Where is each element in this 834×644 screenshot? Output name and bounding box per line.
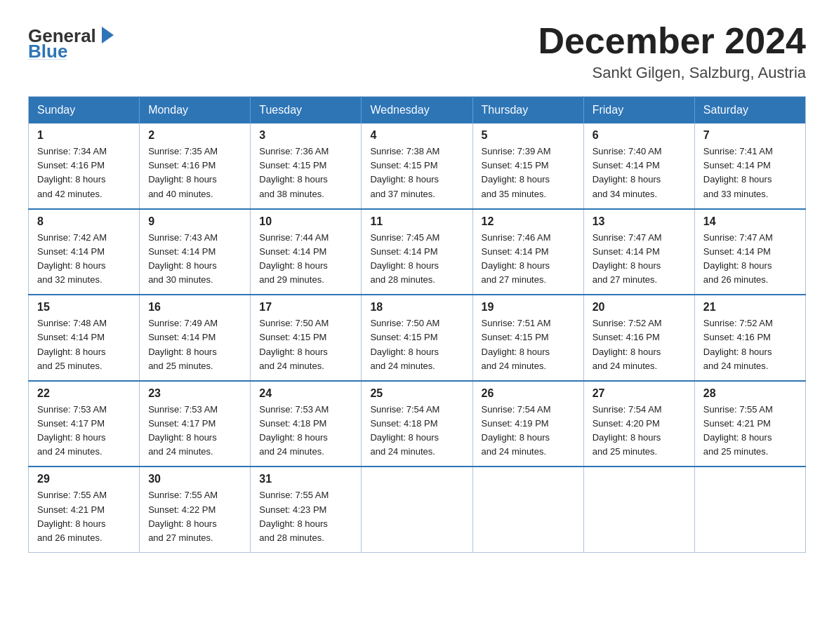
day-number: 11: [370, 215, 463, 228]
day-info: Sunrise: 7:44 AMSunset: 4:14 PMDaylight:…: [259, 231, 352, 288]
day-info: Sunrise: 7:36 AMSunset: 4:15 PMDaylight:…: [259, 145, 352, 201]
day-number: 12: [482, 215, 575, 228]
page-header: General Blue December 2024 Sankt Gilgen,…: [28, 21, 806, 82]
day-number: 5: [482, 129, 575, 142]
day-number: 26: [482, 387, 575, 400]
day-info: Sunrise: 7:45 AMSunset: 4:14 PMDaylight:…: [370, 231, 463, 288]
calendar-table: SundayMondayTuesdayWednesdayThursdayFrid…: [28, 96, 806, 553]
day-number: 1: [37, 129, 131, 142]
calendar-day-cell: 5Sunrise: 7:39 AMSunset: 4:15 PMDaylight…: [472, 123, 583, 209]
weekday-header-tuesday: Tuesday: [251, 97, 362, 124]
day-number: 8: [37, 215, 131, 228]
calendar-day-cell: 18Sunrise: 7:50 AMSunset: 4:15 PMDayligh…: [362, 295, 472, 381]
calendar-day-cell: 11Sunrise: 7:45 AMSunset: 4:14 PMDayligh…: [362, 209, 472, 295]
day-info: Sunrise: 7:47 AMSunset: 4:14 PMDaylight:…: [593, 231, 686, 288]
calendar-day-cell: 12Sunrise: 7:46 AMSunset: 4:14 PMDayligh…: [472, 209, 583, 295]
day-info: Sunrise: 7:40 AMSunset: 4:14 PMDaylight:…: [593, 145, 686, 201]
day-info: Sunrise: 7:51 AMSunset: 4:15 PMDaylight:…: [482, 316, 575, 373]
calendar-day-cell: 21Sunrise: 7:52 AMSunset: 4:16 PMDayligh…: [694, 295, 805, 381]
calendar-day-cell: 9Sunrise: 7:43 AMSunset: 4:14 PMDaylight…: [140, 209, 251, 295]
calendar-day-cell: 27Sunrise: 7:54 AMSunset: 4:20 PMDayligh…: [583, 381, 694, 467]
calendar-day-cell: 15Sunrise: 7:48 AMSunset: 4:14 PMDayligh…: [29, 295, 140, 381]
day-number: 4: [370, 129, 463, 142]
calendar-day-cell: [472, 467, 583, 552]
weekday-header-saturday: Saturday: [694, 97, 805, 124]
day-info: Sunrise: 7:42 AMSunset: 4:14 PMDaylight:…: [37, 231, 131, 288]
calendar-day-cell: 26Sunrise: 7:54 AMSunset: 4:19 PMDayligh…: [472, 381, 583, 467]
day-number: 14: [703, 215, 797, 228]
day-number: 17: [259, 301, 352, 314]
day-number: 29: [37, 473, 131, 485]
day-info: Sunrise: 7:41 AMSunset: 4:14 PMDaylight:…: [703, 145, 797, 201]
day-info: Sunrise: 7:49 AMSunset: 4:14 PMDaylight:…: [148, 316, 241, 373]
day-number: 3: [259, 129, 352, 142]
svg-text:Blue: Blue: [28, 41, 67, 60]
day-number: 2: [148, 129, 241, 142]
logo-svg: General Blue: [28, 21, 119, 60]
day-number: 19: [482, 301, 575, 314]
calendar-day-cell: [583, 467, 694, 552]
day-info: Sunrise: 7:55 AMSunset: 4:23 PMDaylight:…: [259, 488, 352, 545]
day-info: Sunrise: 7:53 AMSunset: 4:17 PMDaylight:…: [148, 403, 241, 459]
day-number: 13: [593, 215, 686, 228]
calendar-day-cell: 4Sunrise: 7:38 AMSunset: 4:15 PMDaylight…: [362, 123, 472, 209]
day-info: Sunrise: 7:54 AMSunset: 4:20 PMDaylight:…: [593, 403, 686, 459]
calendar-day-cell: 2Sunrise: 7:35 AMSunset: 4:16 PMDaylight…: [140, 123, 251, 209]
calendar-day-cell: [362, 467, 472, 552]
location-title: Sankt Gilgen, Salzburg, Austria: [538, 64, 806, 82]
calendar-day-cell: 8Sunrise: 7:42 AMSunset: 4:14 PMDaylight…: [29, 209, 140, 295]
day-number: 9: [148, 215, 241, 228]
day-info: Sunrise: 7:52 AMSunset: 4:16 PMDaylight:…: [703, 316, 797, 373]
day-info: Sunrise: 7:43 AMSunset: 4:14 PMDaylight:…: [148, 231, 241, 288]
day-info: Sunrise: 7:54 AMSunset: 4:18 PMDaylight:…: [370, 403, 463, 459]
weekday-header-friday: Friday: [583, 97, 694, 124]
calendar-day-cell: 16Sunrise: 7:49 AMSunset: 4:14 PMDayligh…: [140, 295, 251, 381]
calendar-day-cell: 3Sunrise: 7:36 AMSunset: 4:15 PMDaylight…: [251, 123, 362, 209]
day-number: 21: [703, 301, 797, 314]
day-info: Sunrise: 7:50 AMSunset: 4:15 PMDaylight:…: [259, 316, 352, 373]
weekday-header-monday: Monday: [140, 97, 251, 124]
day-info: Sunrise: 7:48 AMSunset: 4:14 PMDaylight:…: [37, 316, 131, 373]
calendar-week-row: 22Sunrise: 7:53 AMSunset: 4:17 PMDayligh…: [29, 381, 806, 467]
day-info: Sunrise: 7:52 AMSunset: 4:16 PMDaylight:…: [593, 316, 686, 373]
weekday-header-sunday: Sunday: [29, 97, 140, 124]
calendar-day-cell: 29Sunrise: 7:55 AMSunset: 4:21 PMDayligh…: [29, 467, 140, 552]
calendar-day-cell: 1Sunrise: 7:34 AMSunset: 4:16 PMDaylight…: [29, 123, 140, 209]
day-number: 22: [37, 387, 131, 400]
day-info: Sunrise: 7:55 AMSunset: 4:21 PMDaylight:…: [37, 488, 131, 545]
day-info: Sunrise: 7:38 AMSunset: 4:15 PMDaylight:…: [370, 145, 463, 201]
day-info: Sunrise: 7:35 AMSunset: 4:16 PMDaylight:…: [148, 145, 241, 201]
weekday-header-row: SundayMondayTuesdayWednesdayThursdayFrid…: [29, 97, 806, 124]
day-number: 25: [370, 387, 463, 400]
calendar-day-cell: 19Sunrise: 7:51 AMSunset: 4:15 PMDayligh…: [472, 295, 583, 381]
day-number: 15: [37, 301, 131, 314]
day-number: 30: [148, 473, 241, 485]
day-number: 31: [259, 473, 352, 485]
calendar-week-row: 29Sunrise: 7:55 AMSunset: 4:21 PMDayligh…: [29, 467, 806, 552]
calendar-day-cell: 23Sunrise: 7:53 AMSunset: 4:17 PMDayligh…: [140, 381, 251, 467]
calendar-day-cell: 20Sunrise: 7:52 AMSunset: 4:16 PMDayligh…: [583, 295, 694, 381]
weekday-header-thursday: Thursday: [472, 97, 583, 124]
svg-marker-1: [102, 27, 114, 43]
day-info: Sunrise: 7:55 AMSunset: 4:21 PMDaylight:…: [703, 403, 797, 459]
day-info: Sunrise: 7:53 AMSunset: 4:18 PMDaylight:…: [259, 403, 352, 459]
day-info: Sunrise: 7:53 AMSunset: 4:17 PMDaylight:…: [37, 403, 131, 459]
calendar-day-cell: 25Sunrise: 7:54 AMSunset: 4:18 PMDayligh…: [362, 381, 472, 467]
calendar-day-cell: 31Sunrise: 7:55 AMSunset: 4:23 PMDayligh…: [251, 467, 362, 552]
day-info: Sunrise: 7:46 AMSunset: 4:14 PMDaylight:…: [482, 231, 575, 288]
day-info: Sunrise: 7:47 AMSunset: 4:14 PMDaylight:…: [703, 231, 797, 288]
calendar-day-cell: 28Sunrise: 7:55 AMSunset: 4:21 PMDayligh…: [694, 381, 805, 467]
day-number: 10: [259, 215, 352, 228]
calendar-day-cell: 7Sunrise: 7:41 AMSunset: 4:14 PMDaylight…: [694, 123, 805, 209]
day-number: 24: [259, 387, 352, 400]
calendar-week-row: 8Sunrise: 7:42 AMSunset: 4:14 PMDaylight…: [29, 209, 806, 295]
logo-area: General Blue: [28, 21, 119, 60]
calendar-week-row: 1Sunrise: 7:34 AMSunset: 4:16 PMDaylight…: [29, 123, 806, 209]
day-number: 20: [593, 301, 686, 314]
day-number: 18: [370, 301, 463, 314]
weekday-header-wednesday: Wednesday: [362, 97, 472, 124]
title-area: December 2024 Sankt Gilgen, Salzburg, Au…: [538, 21, 806, 82]
day-info: Sunrise: 7:34 AMSunset: 4:16 PMDaylight:…: [37, 145, 131, 201]
day-info: Sunrise: 7:39 AMSunset: 4:15 PMDaylight:…: [482, 145, 575, 201]
calendar-day-cell: 24Sunrise: 7:53 AMSunset: 4:18 PMDayligh…: [251, 381, 362, 467]
